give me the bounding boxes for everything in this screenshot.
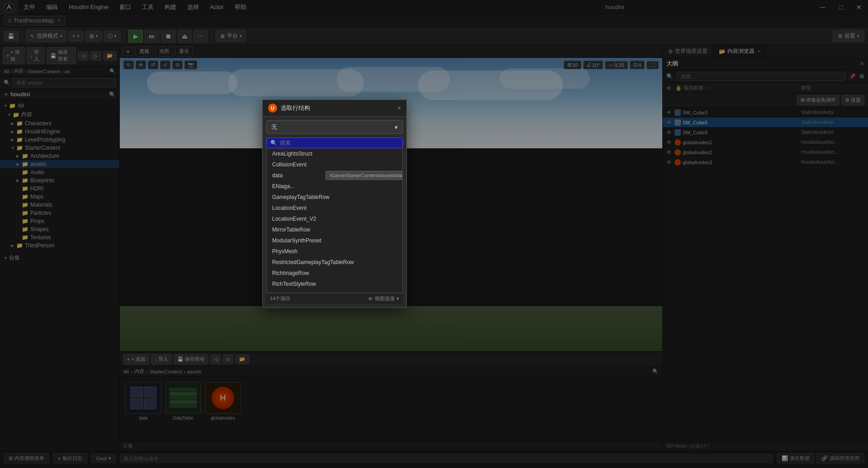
modal-title-bar: U 选取行结构 × bbox=[263, 100, 406, 117]
modal-item-richimage[interactable]: RichImageRow bbox=[267, 268, 402, 279]
modal-item-eniaga[interactable]: ENiaga... bbox=[267, 181, 402, 192]
modal-item-data[interactable]: data /Game/StarterContent/assets/data.da… bbox=[267, 170, 402, 181]
modal-item-gameplay[interactable]: GameplayTagTableRow bbox=[267, 192, 402, 203]
modal-item-tilingmesh[interactable]: TilingMesh bbox=[267, 289, 402, 293]
view-options-chevron: ▾ bbox=[396, 296, 399, 302]
modal-item-arealights[interactable]: AreaLightsStruct bbox=[267, 148, 402, 159]
modal-dropdown-chevron: ▾ bbox=[395, 124, 398, 131]
modal-item-location-v2[interactable]: LocationEvent_V2 bbox=[267, 213, 402, 224]
modal-item-location[interactable]: LocationEvent bbox=[267, 203, 402, 213]
modal-close-button[interactable]: × bbox=[397, 104, 401, 112]
pick-row-structure-modal: U 选取行结构 × 无 ▾ 🔍 AreaLightsStruct Collisi… bbox=[262, 99, 407, 308]
modal-view-options-button[interactable]: 👁 视图选项 ▾ bbox=[368, 295, 399, 302]
modal-item-count: 14个项目 bbox=[270, 295, 290, 302]
view-options-label: 视图选项 bbox=[375, 295, 395, 302]
modal-item-richtext[interactable]: RichTextStyleRow bbox=[267, 279, 402, 289]
modal-item-mirror[interactable]: MirrorTableRow bbox=[267, 224, 402, 235]
eye-icon-modal: 👁 bbox=[368, 296, 373, 302]
modal-overlay[interactable]: U 选取行结构 × 无 ▾ 🔍 AreaLightsStruct Collisi… bbox=[0, 0, 868, 468]
modal-list: AreaLightsStruct CollisionEvent data /Ga… bbox=[266, 148, 403, 293]
modal-tooltip-data: /Game/StarterContent/assets/data.data bbox=[326, 171, 403, 180]
modal-item-collision[interactable]: CollisionEvent bbox=[267, 159, 402, 170]
modal-item-restricted[interactable]: RestrictedGameplayTagTableRow bbox=[267, 257, 402, 268]
modal-ue-logo: U bbox=[268, 104, 277, 113]
modal-item-physmesh[interactable]: PhysMesh bbox=[267, 246, 402, 257]
modal-body: 无 ▾ 🔍 AreaLightsStruct CollisionEvent da… bbox=[263, 117, 406, 307]
modal-item-modular[interactable]: ModularSynthPreset bbox=[267, 235, 402, 246]
modal-search-input[interactable] bbox=[280, 140, 399, 146]
modal-search-bar: 🔍 bbox=[266, 137, 403, 148]
modal-title-text: 选取行结构 bbox=[281, 104, 397, 112]
modal-search-icon: 🔍 bbox=[270, 140, 277, 146]
modal-dropdown-value: 无 bbox=[271, 123, 277, 131]
modal-footer: 14个项目 👁 视图选项 ▾ bbox=[266, 293, 403, 304]
modal-dropdown[interactable]: 无 ▾ bbox=[266, 120, 403, 134]
